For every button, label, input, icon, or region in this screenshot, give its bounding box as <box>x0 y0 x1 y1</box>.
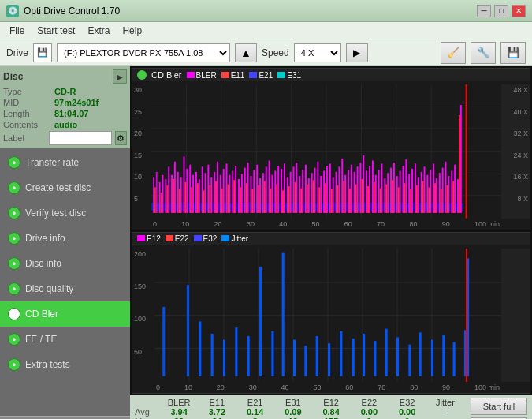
menu-extra[interactable]: Extra <box>81 24 116 38</box>
legend-color-e11 <box>221 72 229 78</box>
svg-rect-118 <box>161 193 162 213</box>
svg-rect-44 <box>241 174 243 213</box>
disc-length-value: 81:04.07 <box>54 109 88 118</box>
svg-rect-187 <box>247 335 250 376</box>
status-window-button[interactable]: Status window >> <box>0 416 130 419</box>
svg-rect-86 <box>369 166 370 213</box>
chart1-x-axis: 0 10 20 30 40 50 60 70 80 90 100 min <box>151 219 501 230</box>
app-icon: 💿 <box>6 5 19 17</box>
svg-rect-96 <box>400 171 401 213</box>
svg-rect-194 <box>328 343 330 376</box>
nav-icon-disc-info: ● <box>8 257 20 270</box>
settings-button[interactable]: 🔧 <box>471 42 496 64</box>
svg-rect-18 <box>162 175 164 213</box>
svg-rect-40 <box>229 175 230 213</box>
legend-color-bler <box>187 72 195 78</box>
sidebar-item-disc-quality[interactable]: ● Disc quality <box>0 276 130 301</box>
sidebar-item-create-test-disc[interactable]: ● Create test disc <box>0 175 130 200</box>
svg-rect-21 <box>171 175 173 213</box>
menu-file[interactable]: File <box>3 24 31 38</box>
chart1-legend-e21: E21 <box>249 71 273 80</box>
legend-color-e32 <box>194 235 202 241</box>
svg-rect-45 <box>244 168 246 213</box>
disc-label-input[interactable] <box>49 131 112 145</box>
svg-rect-26 <box>186 169 188 213</box>
svg-rect-105 <box>426 175 428 213</box>
svg-rect-208 <box>259 267 262 376</box>
svg-rect-23 <box>177 172 179 213</box>
menu-help[interactable]: Help <box>116 24 148 38</box>
svg-rect-132 <box>246 183 247 213</box>
svg-rect-15 <box>153 177 154 213</box>
disc-type-value: CD-R <box>54 87 76 96</box>
speed-select[interactable]: 4 X <box>294 43 341 62</box>
menu-start-test[interactable]: Start test <box>31 24 81 38</box>
svg-rect-128 <box>221 189 223 213</box>
sidebar-item-disc-info[interactable]: ● Disc info <box>0 251 130 276</box>
svg-rect-140 <box>294 182 296 213</box>
svg-rect-152 <box>367 186 369 213</box>
svg-rect-199 <box>385 328 388 376</box>
svg-rect-43 <box>238 179 240 213</box>
svg-rect-144 <box>318 187 320 213</box>
disc-title: Disc <box>3 71 23 82</box>
minimize-button[interactable]: ─ <box>477 5 491 17</box>
svg-rect-192 <box>304 346 307 376</box>
eject-button[interactable]: ▲ <box>235 43 257 62</box>
drive-icon: 💾 <box>37 47 48 58</box>
svg-rect-82 <box>357 166 359 213</box>
disc-label-gear-button[interactable]: ⚙ <box>115 131 127 145</box>
sidebar-item-verify-test-disc[interactable]: ● Verify test disc <box>0 200 130 226</box>
svg-rect-155 <box>385 184 387 213</box>
svg-rect-154 <box>380 189 381 213</box>
sidebar-item-cd-bler[interactable]: ● CD Bler <box>0 301 130 327</box>
svg-rect-52 <box>266 166 267 213</box>
avg-e21: 0.14 <box>236 407 274 417</box>
svg-rect-125 <box>203 190 205 213</box>
clear-button[interactable]: 🧹 <box>441 42 466 64</box>
maximize-button[interactable]: □ <box>494 5 508 17</box>
titlebar-title: Opti Drive Control 1.70 <box>24 6 120 17</box>
avg-e12: 0.84 <box>312 407 350 417</box>
avg-label: Avg <box>135 407 160 417</box>
svg-rect-41 <box>232 171 233 213</box>
svg-rect-205 <box>453 342 456 376</box>
save-button[interactable]: 💾 <box>500 42 526 64</box>
svg-rect-34 <box>210 177 212 213</box>
svg-rect-156 <box>392 180 393 213</box>
svg-rect-163 <box>434 183 436 213</box>
svg-rect-74 <box>333 177 334 213</box>
nav-label-transfer-rate: Transfer rate <box>25 157 79 168</box>
svg-rect-68 <box>314 168 316 213</box>
stats-and-buttons: BLER E11 E21 E31 E12 E22 E32 Jitter Avg … <box>135 398 527 419</box>
nav-icon-verify: ● <box>8 207 20 219</box>
svg-rect-54 <box>272 175 273 213</box>
chart1: CD Bler BLER E11 E21 E3 <box>132 68 530 230</box>
disc-arrow-button[interactable]: ▶ <box>113 69 127 84</box>
svg-rect-61 <box>293 166 295 213</box>
svg-rect-65 <box>305 165 307 213</box>
svg-rect-141 <box>300 189 302 213</box>
drive-select[interactable]: (F:) PLEXTOR DVDR PX-755A 1.08 <box>57 43 230 62</box>
sidebar-item-fe-te[interactable]: ● FE / TE <box>0 327 130 352</box>
speed-arrow-button[interactable]: ▶ <box>346 43 368 62</box>
sidebar-item-extra-tests[interactable]: ● Extra tests <box>0 352 130 377</box>
svg-rect-184 <box>211 333 214 376</box>
svg-rect-38 <box>223 169 225 213</box>
close-button[interactable]: ✕ <box>512 5 526 17</box>
sidebar-item-transfer-rate[interactable]: ● Transfer rate <box>0 150 130 175</box>
header-e31: E31 <box>274 398 312 407</box>
start-full-button[interactable]: Start full <box>471 398 527 415</box>
svg-rect-160 <box>416 185 418 213</box>
svg-rect-70 <box>320 176 322 213</box>
svg-rect-39 <box>226 163 228 213</box>
sidebar-item-drive-info[interactable]: ● Drive info <box>0 226 130 251</box>
svg-rect-24 <box>180 177 182 213</box>
svg-rect-149 <box>349 189 351 213</box>
svg-rect-109 <box>439 173 441 213</box>
legend-color-e22 <box>166 235 173 241</box>
svg-rect-150 <box>355 184 357 213</box>
chart1-plot: 30 25 20 15 10 5 48 X 40 X 32 X 24 X <box>132 84 530 230</box>
svg-rect-137 <box>276 184 277 213</box>
nav-label-disc-quality: Disc quality <box>25 283 73 294</box>
